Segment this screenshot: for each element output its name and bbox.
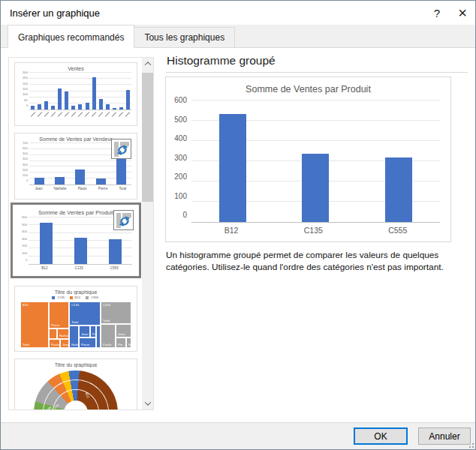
bar xyxy=(71,106,75,110)
legend-swatch xyxy=(86,296,89,299)
treemap-cell: Pie... xyxy=(116,338,125,348)
scrollbar-thumb[interactable] xyxy=(142,73,153,202)
x-axis-labels: B12C135C555 xyxy=(29,266,132,271)
treemap-cell: Pierre xyxy=(49,302,69,328)
bar xyxy=(92,77,96,110)
selected-chart-heading: Histogramme groupé xyxy=(167,54,276,68)
tab-strip: Graphiques recommandés Tous les graphiqu… xyxy=(1,25,475,48)
treemap-cell: N... xyxy=(126,338,131,348)
treemap-cell: Nathalie xyxy=(69,326,79,348)
tab-graphiques-recommandes[interactable]: Graphiques recommandés xyxy=(8,25,134,48)
sunburst-plot: B12Total45NathalieC13535 xyxy=(15,368,137,410)
close-button[interactable]: × xyxy=(450,1,475,25)
bar xyxy=(38,104,41,110)
bar xyxy=(96,178,106,184)
x-axis-labels: JeanNathaliePauloPierreTotal xyxy=(29,186,131,191)
treemap-cell: Pierre xyxy=(79,338,95,348)
thumbnail-ventes-par-produit-selected[interactable]: Somme de Ventes par Produit 600500400300… xyxy=(11,202,141,278)
plot-area xyxy=(191,100,440,223)
thumb-chart-title: Titre du graphique xyxy=(15,290,137,295)
treemap-cell: Pa... xyxy=(90,326,95,338)
ok-button[interactable]: OK xyxy=(354,428,408,445)
treemap-cell: Paulo xyxy=(101,324,116,348)
tab-tous-les-graphiques[interactable]: Tous les graphiques xyxy=(134,27,235,48)
treemap-cell: C135Total xyxy=(69,302,100,326)
bar xyxy=(51,106,55,110)
thumb-chart-title: Ventes xyxy=(15,66,137,71)
bar xyxy=(99,99,103,110)
x-axis-labels: B12C135C555 xyxy=(191,226,440,235)
legend-swatch xyxy=(52,296,55,299)
sunburst-label: Nathalie xyxy=(41,406,52,410)
bar xyxy=(75,170,85,184)
thumb-chart-title: Titre du graphique xyxy=(15,362,137,368)
insert-chart-dialog: Insérer un graphique ? × Graphiques reco… xyxy=(0,0,476,450)
bar xyxy=(113,108,116,110)
plot-area xyxy=(29,73,131,110)
bar xyxy=(119,107,123,110)
bar xyxy=(65,92,68,110)
thumbnail-treemap[interactable]: Titre du graphique C135B12C555 B12TotalP… xyxy=(14,286,137,352)
legend-swatch xyxy=(70,296,73,299)
treemap-cell: Jean xyxy=(79,326,90,338)
treemap-cell: C555Total xyxy=(101,302,131,324)
divider-line xyxy=(166,72,468,73)
bar xyxy=(78,104,82,110)
chart-description: Un histogramme groupé permet de comparer… xyxy=(166,249,460,274)
scrollbar[interactable] xyxy=(142,58,153,410)
bar xyxy=(55,177,65,184)
treemap-cell: Jean xyxy=(60,339,69,348)
bar xyxy=(58,88,62,110)
thumbnail-ventes-par-vendeur[interactable]: Somme de Ventes par Vendeur 700600500400… xyxy=(14,133,137,200)
bar xyxy=(106,104,110,110)
chart-preview: Somme de Ventes par Produit 600500400300… xyxy=(165,76,451,242)
pivotchart-icon xyxy=(113,210,134,230)
title-bar: Insérer un graphique ? × xyxy=(1,1,475,25)
cancel-button[interactable]: Annuler xyxy=(418,428,471,445)
scroll-down-button[interactable] xyxy=(142,398,153,410)
chevron-down-icon xyxy=(144,399,150,405)
y-axis: 300250200150100500 xyxy=(20,70,29,108)
treemap-cell: B12Total xyxy=(20,302,49,348)
bar xyxy=(219,114,246,222)
scroll-up-button[interactable] xyxy=(142,58,153,70)
treemap-legend: C135B12C555 xyxy=(15,295,137,301)
dialog-title: Insérer un graphique xyxy=(10,8,424,19)
footer-bar: OK Annuler xyxy=(1,422,475,449)
bar xyxy=(302,154,329,222)
sunburst-label: C135 xyxy=(52,404,60,410)
recommended-charts-list: Ventes 300250200150100500 Somme de Vente… xyxy=(8,57,154,410)
treemap-cell xyxy=(49,328,56,339)
chevron-up-icon xyxy=(144,62,150,68)
bar xyxy=(385,158,412,222)
thumbnail-sunburst[interactable]: Titre du graphique B12Total45NathalieC13… xyxy=(14,358,137,410)
x-axis-labels xyxy=(29,111,131,120)
bar xyxy=(40,223,53,264)
bar xyxy=(35,178,44,184)
bar xyxy=(31,106,35,110)
sunburst-label: B12 xyxy=(85,392,90,399)
treemap-cell: Paulo xyxy=(49,339,60,348)
treemap-cell: Nathalie xyxy=(57,328,69,339)
help-button[interactable]: ? xyxy=(424,1,450,25)
pivotchart-icon xyxy=(111,139,131,159)
bar xyxy=(109,239,122,264)
bar xyxy=(126,90,130,110)
resize-grip[interactable] xyxy=(466,440,474,448)
bar xyxy=(44,101,48,110)
y-axis: 6005004003002001000 xyxy=(172,97,191,219)
y-axis: 7006005004003002001000 xyxy=(20,141,29,183)
preview-chart-title: Somme de Ventes par Produit xyxy=(166,84,450,94)
thumbnail-ventes[interactable]: Ventes 300250200150100500 xyxy=(14,62,137,126)
treemap-cell: Jean xyxy=(116,324,131,338)
bar xyxy=(86,103,89,110)
y-axis: 6005004003002001000 xyxy=(20,215,29,262)
treemap-plot: B12TotalPierreNathaliePauloJeanC135Total… xyxy=(20,302,131,348)
bar xyxy=(74,238,87,264)
